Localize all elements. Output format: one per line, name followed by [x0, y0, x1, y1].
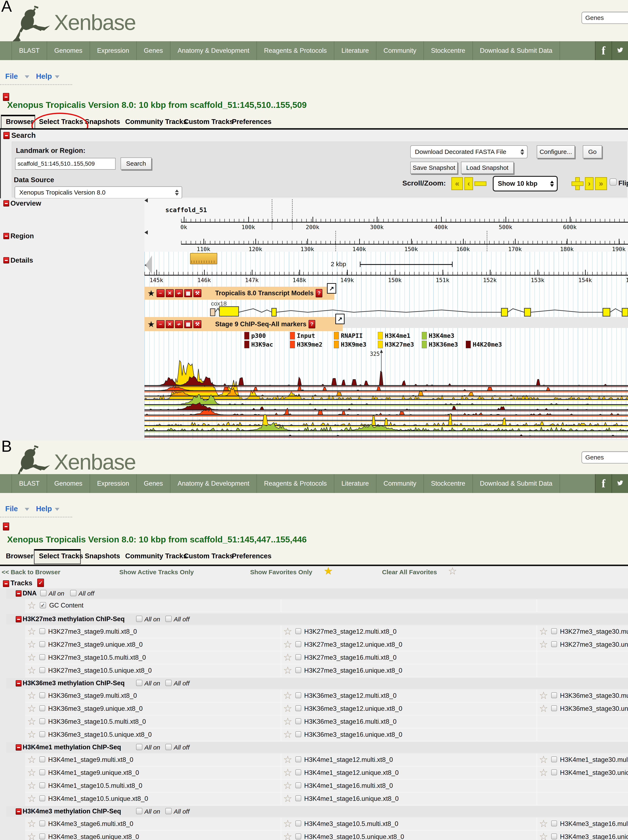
nav-item-literature[interactable]: Literature [334, 474, 376, 493]
back-to-browser-link[interactable]: << Back to Browser [2, 568, 60, 576]
close-track-icon[interactable]: ✕ [166, 320, 174, 328]
nav-item-stockcentre[interactable]: Stockcentre [423, 41, 472, 60]
collapse-section-icon[interactable] [16, 680, 22, 687]
track-checkbox[interactable] [295, 834, 301, 839]
favorite-star-icon[interactable]: ☆ [539, 690, 548, 701]
close-track-icon[interactable]: ✕ [166, 289, 174, 297]
favorite-star-icon[interactable]: ☆ [27, 626, 36, 636]
tab-community-tracks[interactable]: Community Tracks [125, 118, 187, 126]
share-track-icon[interactable]: ≁ [175, 320, 183, 328]
track-help-icon[interactable]: ? [316, 289, 322, 297]
track-checkbox[interactable] [551, 756, 557, 762]
twitter-icon[interactable] [611, 474, 628, 493]
collapse-region-icon[interactable] [3, 233, 9, 239]
track-checkbox[interactable] [295, 692, 301, 698]
tab-snapshots[interactable]: Snapshots [85, 118, 120, 126]
help-menu-caret-icon[interactable] [55, 508, 60, 511]
favorite-star-icon[interactable]: ☆ [27, 794, 36, 804]
brand-wordmark[interactable]: Xenbase [54, 10, 136, 35]
nav-item-stockcentre[interactable]: Stockcentre [423, 474, 472, 493]
track-checkbox[interactable] [295, 731, 301, 737]
track-checkbox[interactable] [39, 641, 45, 647]
all-on-checkbox[interactable] [136, 680, 142, 686]
track-checkbox[interactable] [39, 782, 45, 788]
track-checkbox[interactable] [39, 705, 45, 711]
xenbase-frog-logo[interactable] [11, 5, 54, 43]
save-track-icon[interactable]: ▦ [184, 320, 192, 328]
nav-item-blast[interactable]: BLAST [11, 41, 47, 60]
go-button[interactable]: Go [583, 145, 602, 158]
facebook-icon[interactable]: f [595, 41, 611, 60]
collapse-section-icon[interactable] [16, 616, 22, 622]
track-checkbox[interactable] [39, 731, 45, 737]
favorite-star-icon[interactable]: ☆ [283, 767, 292, 778]
favorite-star-icon[interactable]: ☆ [539, 819, 548, 829]
track-checkbox[interactable] [295, 796, 301, 801]
track-checkbox[interactable] [39, 628, 45, 634]
region-pane[interactable]: 110k120k130k140k150k160k170k180k190k [144, 231, 628, 252]
track-checkbox[interactable] [551, 641, 557, 647]
favorite-star-icon[interactable]: ☆ [283, 780, 292, 791]
favorite-star-icon[interactable]: ☆ [539, 703, 548, 714]
dna-all-off-checkbox[interactable] [70, 590, 76, 596]
help-menu[interactable]: Help [36, 72, 52, 81]
collapse-details-icon[interactable] [3, 257, 9, 264]
favorite-star-icon[interactable]: ☆ [283, 729, 292, 739]
scroll-right-button[interactable]: › [585, 177, 594, 190]
configure-button[interactable]: Configure... [537, 145, 575, 158]
zoom-out-button[interactable] [474, 182, 486, 186]
help-menu[interactable]: Help [36, 505, 52, 513]
track-checkbox[interactable] [39, 821, 45, 826]
favorite-star-icon[interactable]: ☆ [27, 832, 36, 840]
file-menu-caret-icon[interactable] [25, 508, 29, 511]
nav-item-download-submit-data[interactable]: Download & Submit Data [472, 474, 560, 493]
popout-track-icon[interactable]: ↗ [335, 314, 344, 324]
nav-item-reagents-protocols[interactable]: Reagents & Protocols [256, 41, 334, 60]
all-off-checkbox[interactable] [166, 744, 172, 750]
favorite-star-icon[interactable]: ☆ [27, 690, 36, 701]
nav-item-genomes[interactable]: Genomes [47, 474, 89, 493]
favorite-star-icon[interactable]: ☆ [27, 729, 36, 739]
scroll-left-button[interactable]: ‹ [464, 177, 473, 190]
favorite-star-icon[interactable]: ☆ [27, 819, 36, 829]
flip-checkbox[interactable] [609, 178, 617, 186]
track-checkbox[interactable] [551, 628, 557, 634]
search-button[interactable]: Search [121, 158, 151, 170]
collapse-section-icon[interactable] [16, 808, 22, 815]
favorite-star-icon[interactable]: ☆ [27, 767, 36, 778]
landmark-input[interactable]: scaffold_51:145,510..155,509 [15, 158, 115, 170]
favorite-icon[interactable]: ★ [147, 288, 155, 298]
track-checkbox[interactable] [39, 756, 45, 762]
gene-model[interactable] [144, 305, 628, 319]
track-checkbox[interactable] [39, 769, 45, 775]
tab-browser[interactable]: Browser [6, 552, 33, 560]
nav-item-expression[interactable]: Expression [90, 41, 136, 60]
collapse-dna-icon[interactable] [16, 591, 22, 597]
favorite-star-icon[interactable]: ☆ [283, 626, 292, 636]
favorite-star-icon[interactable]: ☆ [27, 639, 36, 649]
collapse-track-icon[interactable]: − [156, 289, 164, 297]
track-checkbox[interactable] [295, 782, 301, 788]
favorite-star-icon[interactable]: ☆ [283, 703, 292, 714]
all-on-checkbox[interactable] [136, 744, 142, 750]
help-menu-caret-icon[interactable] [55, 76, 60, 78]
configure-track-icon[interactable]: ⚒ [193, 289, 201, 297]
track-checkbox[interactable] [295, 641, 301, 647]
tab-browser[interactable]: Browser [6, 118, 33, 126]
all-off-checkbox[interactable] [166, 680, 172, 686]
tracks-check-icon[interactable]: ✓ [37, 579, 44, 587]
nav-item-anatomy-development[interactable]: Anatomy & Development [170, 474, 256, 493]
track-checkbox[interactable] [295, 756, 301, 762]
track-checkbox[interactable] [39, 796, 45, 801]
favorite-star-icon[interactable]: ☆ [539, 767, 548, 778]
zoom-in-button[interactable] [571, 177, 584, 190]
track-checkbox[interactable] [551, 834, 557, 839]
favorite-star-icon[interactable]: ☆ [27, 703, 36, 714]
favorite-star-icon[interactable]: ☆ [283, 794, 292, 804]
tab-preferences[interactable]: Preferences [232, 118, 271, 126]
ruler-tool-icon[interactable] [190, 253, 217, 264]
brand-wordmark[interactable]: Xenbase [54, 450, 136, 475]
favorite-star-icon[interactable]: ☆ [27, 665, 36, 676]
show-favorites-link[interactable]: Show Favorites Only [250, 568, 312, 576]
favorite-star-icon[interactable]: ☆ [283, 690, 292, 701]
